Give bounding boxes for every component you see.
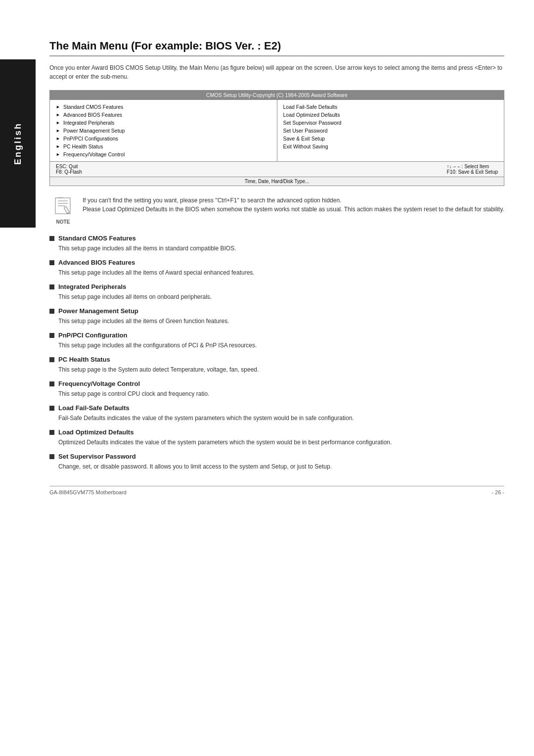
feature-section: Integrated PeripheralsThis setup page in…: [49, 283, 504, 301]
page-footer: GA-8I845GVM775 Motherboard - 26 -: [49, 486, 504, 495]
bios-left-item: ►Advanced BIOS Features: [56, 111, 271, 119]
bios-right-item: Exit Without Saving: [283, 142, 498, 150]
bios-status-bar: Time, Date, Hard/Disk Type...: [50, 177, 504, 186]
bios-left-item: ►Integrated Peripherals: [56, 119, 271, 127]
feature-section: Standard CMOS FeaturesThis setup page in…: [49, 235, 504, 253]
feature-bullet-icon: [49, 236, 54, 241]
feature-heading-text: PnP/PCI Configuration: [58, 331, 127, 339]
bios-arrow: ►: [56, 128, 60, 133]
feature-heading: Standard CMOS Features: [49, 235, 504, 242]
bios-right-item: Set Supervisor Password: [283, 119, 498, 127]
feature-heading: Load Fail-Safe Defaults: [49, 404, 504, 412]
note-text-1: If you can't find the setting you want, …: [83, 196, 504, 205]
feature-heading-text: PC Health Status: [58, 356, 110, 363]
bios-right-item: Set User Password: [283, 127, 498, 135]
features-list: Standard CMOS FeaturesThis setup page in…: [49, 235, 504, 471]
feature-section: Advanced BIOS FeaturesThis setup page in…: [49, 259, 504, 277]
bios-footer-left: ESC: QuitF8: Q-Flash: [56, 164, 82, 175]
feature-heading: Load Optimized Defaults: [49, 428, 504, 436]
feature-heading-text: Integrated Peripherals: [58, 283, 126, 290]
feature-desc: This setup page includes all items on on…: [58, 292, 504, 301]
feature-section: PC Health StatusThis setup page is the S…: [49, 356, 504, 374]
feature-section: PnP/PCI ConfigurationThis setup page inc…: [49, 331, 504, 350]
page-title: The Main Menu (For example: BIOS Ver. : …: [49, 40, 504, 56]
bios-right-menu: Load Fail-Safe DefaultsLoad Optimized De…: [277, 100, 504, 161]
feature-desc: This setup page is the System auto detec…: [58, 365, 504, 374]
bios-left-menu: ►Standard CMOS Features►Advanced BIOS Fe…: [50, 100, 277, 161]
feature-section: Load Fail-Safe DefaultsFail-Safe Default…: [49, 404, 504, 423]
bios-footer-right: ↑↓→←: Select ItemF10: Save & Exit Setup: [447, 164, 498, 175]
sidebar-tab: English: [0, 59, 36, 228]
feature-heading-text: Load Optimized Defaults: [58, 428, 134, 436]
feature-desc: This setup page includes all the items o…: [58, 317, 504, 326]
feature-heading-text: Load Fail-Safe Defaults: [58, 404, 130, 412]
feature-section: Load Optimized DefaultsOptimized Default…: [49, 428, 504, 447]
bios-title-bar: CMOS Setup Utility-Copyright (C) 1984-20…: [50, 91, 504, 99]
feature-section: Power Management SetupThis setup page in…: [49, 307, 504, 326]
feature-bullet-icon: [49, 430, 54, 435]
bios-left-item: ►Power Management Setup: [56, 127, 271, 135]
feature-heading-text: Advanced BIOS Features: [58, 259, 135, 266]
feature-desc: This setup page is control CPU clock and…: [58, 389, 504, 398]
feature-bullet-icon: [49, 381, 54, 386]
feature-section: Frequency/Voltage ControlThis setup page…: [49, 380, 504, 398]
bios-footer: ESC: QuitF8: Q-Flash ↑↓→←: Select ItemF1…: [50, 161, 504, 177]
feature-heading: Power Management Setup: [49, 307, 504, 315]
note-icon: [51, 196, 75, 218]
bios-footer-right-item: F10: Save & Exit Setup: [447, 169, 498, 175]
footer-left: GA-8I845GVM775 Motherboard: [49, 489, 127, 495]
feature-heading: Set Supervisor Password: [49, 453, 504, 460]
feature-bullet-icon: [49, 309, 54, 314]
note-box: NOTE If you can't find the setting you w…: [49, 196, 504, 225]
feature-section: Set Supervisor PasswordChange, set, or d…: [49, 453, 504, 471]
bios-arrow: ►: [56, 120, 60, 125]
feature-heading-text: Set Supervisor Password: [58, 453, 136, 460]
bios-left-item: ►Standard CMOS Features: [56, 103, 271, 111]
bios-right-item: Load Fail-Safe Defaults: [283, 103, 498, 111]
main-content: The Main Menu (For example: BIOS Ver. : …: [49, 0, 504, 525]
feature-heading: PC Health Status: [49, 356, 504, 363]
bios-arrow: ►: [56, 112, 60, 117]
bios-left-item: ►PC Health Status: [56, 142, 271, 150]
feature-heading-text: Standard CMOS Features: [58, 235, 136, 242]
feature-heading: Advanced BIOS Features: [49, 259, 504, 266]
feature-desc: Fail-Safe Defaults indicates the value o…: [58, 414, 504, 423]
feature-heading-text: Power Management Setup: [58, 307, 138, 315]
bios-footer-right-item: ↑↓→←: Select Item: [447, 164, 498, 169]
bios-arrow: ►: [56, 144, 60, 149]
footer-right: - 26 -: [491, 489, 504, 495]
bios-arrow: ►: [56, 136, 60, 141]
bios-right-item: Save & Exit Setup: [283, 135, 498, 142]
feature-desc: Optimized Defaults indicates the value o…: [58, 438, 504, 447]
bios-footer-left-item: F8: Q-Flash: [56, 169, 82, 175]
feature-bullet-icon: [49, 284, 54, 289]
feature-heading: Integrated Peripherals: [49, 283, 504, 290]
feature-heading: Frequency/Voltage Control: [49, 380, 504, 387]
bios-arrow: ►: [56, 104, 60, 109]
feature-bullet-icon: [49, 357, 54, 362]
bios-left-item: ►PnP/PCI Configurations: [56, 135, 271, 142]
feature-desc: This setup page includes all the configu…: [58, 341, 504, 350]
bios-arrow: ►: [56, 152, 60, 157]
feature-heading-text: Frequency/Voltage Control: [58, 380, 140, 387]
note-icon-wrapper: NOTE: [49, 196, 77, 225]
bios-left-item: ►Frequency/Voltage Control: [56, 150, 271, 158]
feature-desc: This setup page includes all the items i…: [58, 244, 504, 253]
feature-bullet-icon: [49, 454, 54, 459]
sidebar-label: English: [13, 122, 23, 165]
feature-desc: Change, set, or disable password. It all…: [58, 462, 504, 471]
note-text-container: If you can't find the setting you want, …: [83, 196, 504, 214]
bios-body: ►Standard CMOS Features►Advanced BIOS Fe…: [50, 99, 504, 161]
note-label: NOTE: [56, 219, 70, 225]
feature-bullet-icon: [49, 333, 54, 338]
note-text-2: Please Load Optimized Defaults in the BI…: [83, 205, 504, 214]
feature-bullet-icon: [49, 406, 54, 411]
intro-text: Once you enter Award BIOS CMOS Setup Uti…: [49, 63, 504, 81]
feature-desc: This setup page includes all the items o…: [58, 268, 504, 277]
bios-right-item: Load Optimized Defaults: [283, 111, 498, 119]
bios-screenshot: CMOS Setup Utility-Copyright (C) 1984-20…: [49, 90, 504, 186]
feature-bullet-icon: [49, 260, 54, 265]
bios-footer-left-item: ESC: Quit: [56, 164, 82, 169]
feature-heading: PnP/PCI Configuration: [49, 331, 504, 339]
